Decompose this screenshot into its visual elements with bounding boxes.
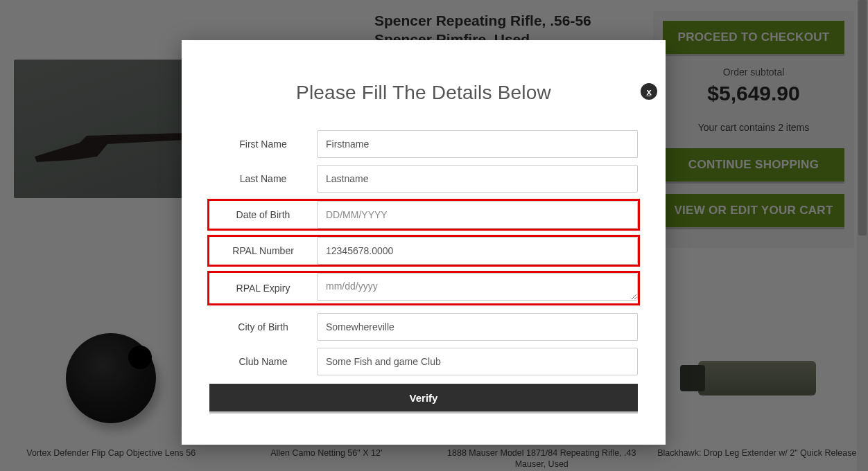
city-of-birth-input[interactable] <box>317 313 638 341</box>
modal-title: Please Fill The Details Below <box>182 82 666 104</box>
details-form: First Name Last Name Date of Birth RPAL … <box>182 130 666 375</box>
rpal-expiry-row: RPAL Expiry <box>209 273 638 303</box>
verify-button[interactable]: Verify <box>209 384 638 411</box>
rpal-number-input[interactable] <box>317 237 638 265</box>
rpal-number-row: RPAL Number <box>209 237 638 265</box>
dob-label: Date of Birth <box>209 201 317 229</box>
city-of-birth-label: City of Birth <box>209 313 317 341</box>
city-of-birth-row: City of Birth <box>209 313 638 341</box>
club-name-row: Club Name <box>209 348 638 375</box>
details-modal: x Please Fill The Details Below First Na… <box>182 40 666 445</box>
last-name-input[interactable] <box>317 165 638 193</box>
verify-row: Verify <box>209 384 638 411</box>
first-name-row: First Name <box>209 130 638 158</box>
dob-input[interactable] <box>317 201 638 229</box>
club-name-label: Club Name <box>209 348 317 375</box>
club-name-input[interactable] <box>317 348 638 375</box>
first-name-input[interactable] <box>317 130 638 158</box>
last-name-label: Last Name <box>209 165 317 193</box>
last-name-row: Last Name <box>209 165 638 193</box>
rpal-expiry-label: RPAL Expiry <box>209 273 317 303</box>
close-button[interactable]: x <box>641 83 657 100</box>
rpal-expiry-input[interactable] <box>317 273 638 301</box>
rpal-number-label: RPAL Number <box>209 237 317 265</box>
first-name-label: First Name <box>209 130 317 158</box>
dob-row: Date of Birth <box>209 201 638 229</box>
